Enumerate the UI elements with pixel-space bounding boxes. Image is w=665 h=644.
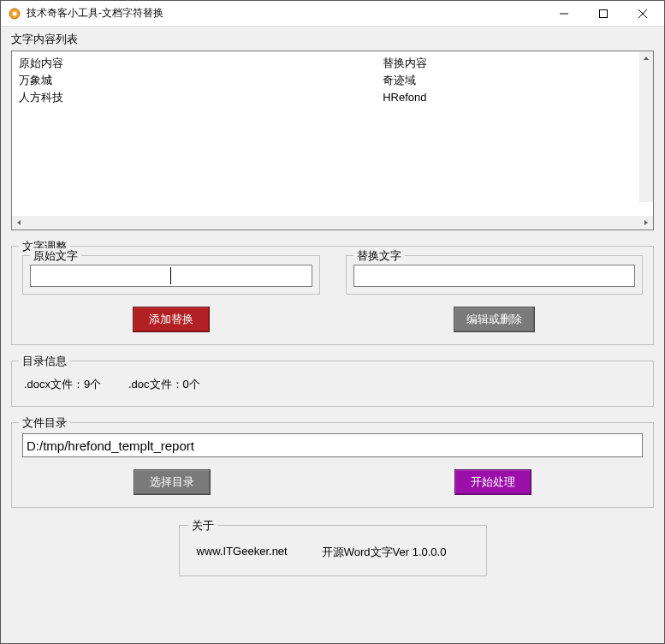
original-text-label: 原始文字 (30, 248, 81, 264)
edit-delete-button[interactable]: 编辑或删除 (454, 307, 535, 332)
replace-text-input[interactable] (356, 267, 633, 284)
dir-info-group: 目录信息 .docx文件：9个 .doc文件：0个 (11, 361, 654, 407)
add-replace-button[interactable]: 添加替换 (133, 307, 210, 332)
list-cell-replace: HRefond (383, 89, 646, 106)
horizontal-scrollbar[interactable] (12, 216, 653, 230)
list-cell-replace: 奇迹域 (383, 72, 646, 89)
about-site: www.ITGeeker.net (197, 545, 288, 560)
list-cell-original: 人方科技 (19, 89, 383, 106)
list-section: 文字内容列表 原始内容 替换内容 万象城 奇迹域 人方科技 HRefond (11, 32, 654, 230)
scroll-up-icon[interactable] (639, 51, 653, 65)
close-button[interactable] (623, 1, 662, 27)
app-icon (8, 7, 21, 21)
about-version: 开源Word文字Ver 1.0.0.0 (322, 545, 447, 560)
file-dir-label: 文件目录 (19, 415, 70, 431)
window-title: 技术奇客小工具-文档字符替换 (27, 6, 544, 21)
list-header-row: 原始内容 替换内容 (19, 55, 646, 72)
list-item[interactable]: 万象城 奇迹域 (19, 72, 646, 89)
replacement-list[interactable]: 原始内容 替换内容 万象城 奇迹域 人方科技 HRefond (11, 51, 654, 230)
scroll-left-icon[interactable] (12, 216, 26, 230)
scroll-right-icon[interactable] (639, 216, 653, 230)
client-area: 文字内容列表 原始内容 替换内容 万象城 奇迹域 人方科技 HRefond (1, 27, 664, 643)
doc-count: .doc文件：0个 (128, 378, 200, 391)
svg-marker-8 (644, 220, 648, 225)
file-dir-group: 文件目录 选择目录 开始处理 (11, 422, 654, 508)
start-process-button[interactable]: 开始处理 (454, 469, 531, 495)
original-text-group: 原始文字 (22, 255, 320, 295)
list-section-label: 文字内容列表 (11, 32, 654, 47)
original-text-input[interactable] (33, 267, 171, 284)
maximize-button[interactable] (584, 1, 623, 27)
vertical-scrollbar[interactable] (639, 51, 653, 202)
minimize-button[interactable] (544, 1, 584, 27)
svg-marker-6 (644, 57, 649, 60)
about-label: 关于 (188, 518, 217, 534)
list-cell-original: 万象城 (19, 72, 383, 89)
text-adjust-group: 文字调整 原始文字 添加替换 替换文字 (11, 246, 654, 345)
svg-marker-7 (17, 220, 21, 225)
replace-text-label: 替换文字 (353, 248, 405, 264)
list-item[interactable]: 人方科技 HRefond (19, 89, 646, 106)
dir-info-text: .docx文件：9个 .doc文件：0个 (22, 373, 643, 396)
svg-point-1 (13, 11, 17, 15)
list-content: 原始内容 替换内容 万象城 奇迹域 人方科技 HRefond (12, 51, 653, 216)
choose-directory-button[interactable]: 选择目录 (134, 469, 211, 495)
docx-count: .docx文件：9个 (24, 378, 101, 391)
about-group: 关于 www.ITGeeker.net 开源Word文字Ver 1.0.0.0 (179, 525, 487, 576)
header-replace: 替换内容 (383, 55, 646, 72)
header-original: 原始内容 (19, 55, 383, 72)
title-bar: 技术奇客小工具-文档字符替换 (1, 1, 664, 27)
window-controls (544, 1, 662, 26)
replace-text-group: 替换文字 (346, 255, 644, 295)
app-window: 技术奇客小工具-文档字符替换 文字内容列表 原始内容 替换内容 (0, 0, 665, 644)
svg-rect-3 (600, 10, 608, 18)
dir-info-label: 目录信息 (19, 354, 70, 369)
directory-path-input[interactable] (27, 436, 638, 455)
